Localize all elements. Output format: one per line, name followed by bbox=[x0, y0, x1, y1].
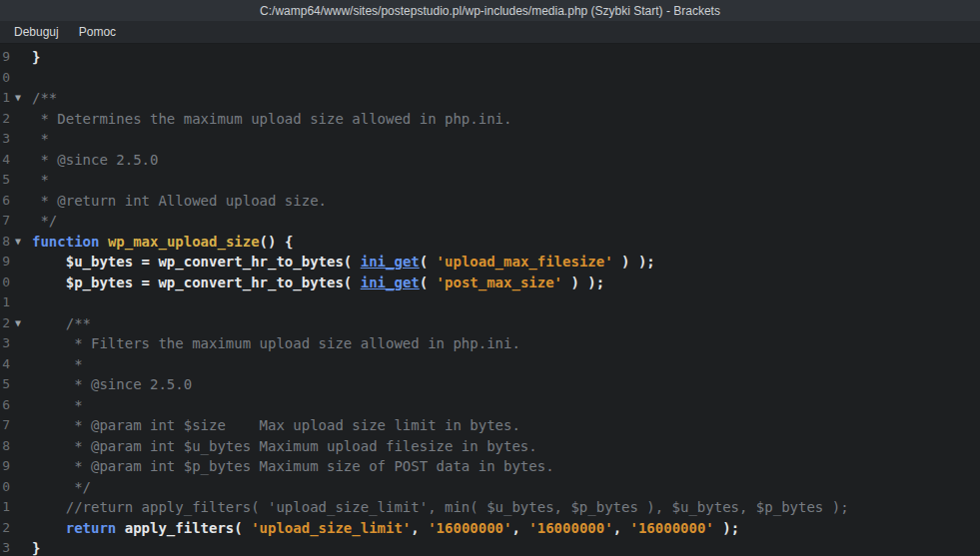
code-text[interactable]: /** bbox=[32, 313, 980, 334]
token-comment[interactable]: /** bbox=[32, 90, 57, 106]
code-text[interactable]: /** bbox=[32, 88, 980, 109]
code-line[interactable]: 8 * @param int $u_bytes Maximum upload f… bbox=[0, 436, 980, 457]
code-line[interactable]: 2 return apply_filters( 'upload_size_lim… bbox=[0, 518, 980, 539]
token-string[interactable]: '16000000' bbox=[528, 520, 612, 536]
code-text[interactable]: * @param int $u_bytes Maximum upload fil… bbox=[32, 436, 980, 457]
token-comment[interactable]: /** bbox=[32, 315, 91, 331]
code-editor[interactable]: 9}01▼/**2 * Determines the maximum uploa… bbox=[0, 44, 980, 556]
code-line[interactable]: 3 * bbox=[0, 129, 980, 150]
code-text[interactable]: $u_bytes = wp_convert_hr_to_bytes( ini_g… bbox=[32, 252, 980, 273]
token-keyword[interactable]: function bbox=[32, 234, 99, 250]
code-text[interactable]: * bbox=[32, 129, 980, 150]
code-line[interactable]: 8▼function wp_max_upload_size() { bbox=[0, 232, 980, 253]
token-string[interactable]: '16000000' bbox=[629, 520, 713, 536]
fold-arrow-icon[interactable]: ▼ bbox=[10, 313, 32, 334]
code-line[interactable]: 6 * @return int Allowed upload size. bbox=[0, 191, 980, 212]
token-comment[interactable]: * @return int Allowed upload size. bbox=[32, 193, 327, 209]
token-string[interactable]: 'post_max_size' bbox=[437, 275, 562, 290]
token-plain[interactable]: , bbox=[511, 520, 528, 536]
token-keyword[interactable]: return bbox=[66, 520, 117, 536]
code-line[interactable]: 9 $u_bytes = wp_convert_hr_to_bytes( ini… bbox=[0, 252, 980, 273]
code-text[interactable] bbox=[32, 68, 980, 89]
token-def[interactable]: wp_max_upload_size bbox=[108, 234, 260, 250]
token-comment[interactable]: * bbox=[32, 356, 83, 372]
token-string[interactable]: '16000000' bbox=[428, 520, 511, 536]
code-line[interactable]: 3 * Filters the maximum upload size allo… bbox=[0, 333, 980, 354]
code-text[interactable]: * Determines the maximum upload size all… bbox=[32, 109, 980, 130]
token-plain[interactable]: $u_bytes = wp_convert_hr_to_bytes( bbox=[32, 254, 361, 270]
code-text[interactable] bbox=[32, 292, 980, 313]
code-line[interactable]: 3} bbox=[0, 538, 980, 556]
token-plain[interactable]: ( bbox=[420, 275, 437, 290]
code-text[interactable]: */ bbox=[32, 211, 980, 232]
token-plain[interactable]: $p_bytes = wp_convert_hr_to_bytes( bbox=[32, 275, 361, 290]
code-text[interactable]: * @since 2.5.0 bbox=[32, 374, 980, 395]
token-comment[interactable]: //return apply_filters( 'upload_size_lim… bbox=[32, 499, 849, 515]
fold-arrow-icon[interactable]: ▼ bbox=[10, 88, 32, 109]
code-line[interactable]: 0 */ bbox=[0, 477, 980, 498]
code-text[interactable]: */ bbox=[32, 477, 980, 498]
token-builtin[interactable]: ini_get bbox=[361, 254, 420, 270]
code-line[interactable]: 1 //return apply_filters( 'upload_size_l… bbox=[0, 497, 980, 518]
code-text[interactable]: * @since 2.5.0 bbox=[32, 150, 980, 171]
code-text[interactable]: * bbox=[32, 354, 980, 375]
code-text[interactable]: * @return int Allowed upload size. bbox=[32, 191, 980, 212]
code-line[interactable]: 9 * @param int $p_bytes Maximum size of … bbox=[0, 456, 980, 477]
token-string[interactable]: 'upload_max_filesize' bbox=[437, 254, 613, 270]
code-text[interactable]: } bbox=[32, 538, 980, 556]
code-text[interactable]: * @param int $p_bytes Maximum size of PO… bbox=[32, 456, 980, 477]
code-text[interactable]: * bbox=[32, 170, 980, 191]
code-line[interactable]: 4 * @since 2.5.0 bbox=[0, 150, 980, 171]
menu-item-pomoc[interactable]: Pomoc bbox=[69, 21, 126, 43]
token-plain[interactable]: , bbox=[411, 520, 428, 536]
token-comment[interactable]: * bbox=[32, 172, 49, 188]
token-comment[interactable]: * @param int $size Max upload size limit… bbox=[32, 417, 520, 433]
code-text[interactable]: * Filters the maximum upload size allowe… bbox=[32, 333, 980, 354]
token-comment[interactable]: * @param int $u_bytes Maximum upload fil… bbox=[32, 438, 537, 454]
code-line[interactable]: 1▼/** bbox=[0, 88, 980, 109]
code-text[interactable]: //return apply_filters( 'upload_size_lim… bbox=[32, 497, 980, 518]
code-text[interactable]: $p_bytes = wp_convert_hr_to_bytes( ini_g… bbox=[32, 273, 980, 293]
token-plain[interactable]: () { bbox=[260, 234, 294, 250]
code-line[interactable]: 5 * bbox=[0, 170, 980, 191]
token-plain[interactable]: apply_filters( bbox=[116, 520, 251, 536]
token-builtin[interactable]: ini_get bbox=[361, 275, 420, 290]
code-line[interactable]: 7 * @param int $size Max upload size lim… bbox=[0, 415, 980, 436]
token-comment[interactable]: * bbox=[32, 131, 49, 147]
code-line[interactable]: 1 bbox=[0, 292, 980, 313]
token-plain[interactable]: } bbox=[32, 540, 40, 556]
token-plain[interactable]: , bbox=[613, 520, 630, 536]
code-text[interactable]: } bbox=[32, 47, 980, 68]
token-plain[interactable]: ); bbox=[714, 520, 739, 536]
token-comment[interactable]: */ bbox=[32, 479, 91, 495]
token-comment[interactable]: * @since 2.5.0 bbox=[32, 376, 192, 392]
code-line[interactable]: 6 * bbox=[0, 395, 980, 416]
code-line[interactable]: 2 * Determines the maximum upload size a… bbox=[0, 109, 980, 130]
token-plain[interactable] bbox=[99, 234, 107, 250]
menu-item-debuguj[interactable]: Debuguj bbox=[4, 21, 69, 43]
token-comment[interactable]: */ bbox=[32, 213, 57, 229]
token-comment[interactable]: * bbox=[32, 397, 83, 413]
code-line[interactable]: 2▼ /** bbox=[0, 313, 980, 334]
code-line[interactable]: 0 bbox=[0, 68, 980, 89]
code-text[interactable]: return apply_filters( 'upload_size_limit… bbox=[32, 518, 980, 539]
code-line[interactable]: 9} bbox=[0, 47, 980, 68]
code-line[interactable]: 0 $p_bytes = wp_convert_hr_to_bytes( ini… bbox=[0, 273, 980, 293]
token-plain[interactable]: ) ); bbox=[562, 275, 604, 290]
token-plain[interactable] bbox=[32, 520, 66, 536]
token-comment[interactable]: * Determines the maximum upload size all… bbox=[32, 111, 511, 127]
token-plain[interactable]: ) ); bbox=[613, 254, 655, 270]
code-text[interactable]: * bbox=[32, 395, 980, 416]
token-string[interactable]: 'upload_size_limit' bbox=[251, 520, 411, 536]
code-text[interactable]: function wp_max_upload_size() { bbox=[32, 232, 980, 253]
code-line[interactable]: 4 * bbox=[0, 354, 980, 375]
code-line[interactable]: 7 */ bbox=[0, 211, 980, 232]
code-text[interactable]: * @param int $size Max upload size limit… bbox=[32, 415, 980, 436]
fold-arrow-icon[interactable]: ▼ bbox=[10, 232, 32, 253]
token-plain[interactable]: ( bbox=[420, 254, 437, 270]
token-comment[interactable]: * @param int $p_bytes Maximum size of PO… bbox=[32, 458, 554, 474]
token-comment[interactable]: * @since 2.5.0 bbox=[32, 152, 158, 168]
code-line[interactable]: 5 * @since 2.5.0 bbox=[0, 374, 980, 395]
token-comment[interactable]: * Filters the maximum upload size allowe… bbox=[32, 335, 520, 351]
token-plain[interactable]: } bbox=[32, 49, 40, 65]
